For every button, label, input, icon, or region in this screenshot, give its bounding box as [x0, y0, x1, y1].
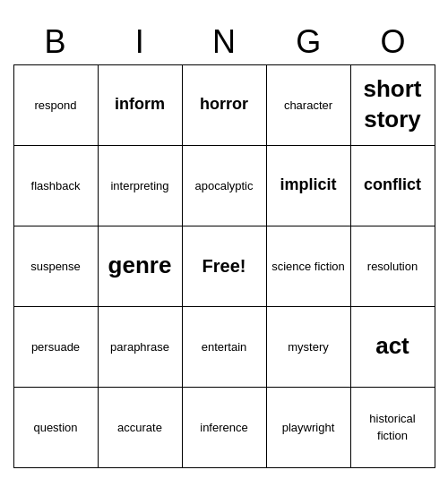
cell-text-r4-c2: inference	[200, 421, 247, 434]
cell-text-r2-c4: resolution	[367, 260, 418, 273]
cell-r3-c1: paraphrase	[98, 306, 182, 387]
cell-r2-c0: suspense	[13, 226, 98, 306]
header-letter-i: I	[98, 20, 182, 64]
cell-text-r1-c3: implicit	[280, 175, 336, 193]
header-letter-g: G	[266, 20, 350, 64]
cell-r1-c0: flashback	[13, 145, 98, 226]
cell-r2-c1: genre	[98, 226, 182, 306]
cell-r1-c1: interpreting	[98, 145, 182, 226]
cell-r4-c1: accurate	[98, 387, 182, 467]
cell-text-r2-c2: Free!	[202, 256, 246, 276]
cell-r0-c3: character	[266, 64, 350, 145]
cell-text-r3-c2: entertain	[202, 340, 247, 354]
cell-text-r2-c1: genre	[108, 252, 172, 278]
cell-r2-c2: Free!	[182, 226, 266, 306]
cell-text-r0-c4: short story	[364, 75, 422, 132]
cell-text-r3-c3: mystery	[288, 340, 329, 354]
cell-text-r0-c2: horror	[200, 95, 248, 113]
cell-text-r0-c0: respond	[35, 98, 77, 112]
cell-text-r0-c1: inform	[115, 95, 165, 113]
header-letter-o: O	[350, 20, 435, 64]
cell-r0-c0: respond	[13, 64, 98, 145]
cell-r0-c1: inform	[98, 64, 182, 145]
cell-r1-c4: conflict	[350, 145, 435, 226]
cell-r1-c3: implicit	[266, 145, 350, 226]
header-letter-b: B	[13, 20, 98, 64]
cell-r4-c4: historical fiction	[350, 387, 435, 467]
cell-r3-c2: entertain	[182, 306, 266, 387]
cell-text-r4-c0: question	[33, 421, 77, 434]
cell-r4-c3: playwright	[266, 387, 350, 467]
cell-r4-c2: inference	[182, 387, 266, 467]
cell-text-r1-c2: apocalyptic	[194, 179, 253, 192]
cell-text-r2-c0: suspense	[30, 260, 81, 273]
cell-r3-c4: act	[350, 306, 435, 387]
cell-text-r4-c3: playwright	[282, 421, 335, 434]
cell-text-r3-c0: persuade	[31, 340, 80, 354]
cell-r0-c4: short story	[350, 64, 435, 145]
bingo-header: BINGO	[13, 20, 435, 64]
cell-r3-c3: mystery	[266, 306, 350, 387]
cell-text-r1-c0: flashback	[31, 179, 81, 192]
bingo-grid: respondinformhorrorcharactershort storyf…	[13, 64, 435, 468]
cell-r2-c3: science fiction	[266, 226, 350, 306]
cell-text-r3-c1: paraphrase	[110, 340, 169, 354]
cell-r0-c2: horror	[182, 64, 266, 145]
cell-text-r4-c1: accurate	[117, 421, 162, 434]
cell-text-r4-c4: historical fiction	[369, 412, 415, 442]
cell-r3-c0: persuade	[13, 306, 98, 387]
cell-text-r0-c3: character	[284, 98, 332, 112]
cell-text-r2-c3: science fiction	[271, 260, 345, 273]
cell-text-r3-c4: act	[375, 332, 409, 359]
cell-text-r1-c1: interpreting	[110, 179, 168, 192]
cell-r2-c4: resolution	[350, 226, 435, 306]
header-letter-n: N	[182, 20, 266, 64]
cell-text-r1-c4: conflict	[364, 175, 421, 193]
cell-r1-c2: apocalyptic	[182, 145, 266, 226]
cell-r4-c0: question	[13, 387, 98, 467]
